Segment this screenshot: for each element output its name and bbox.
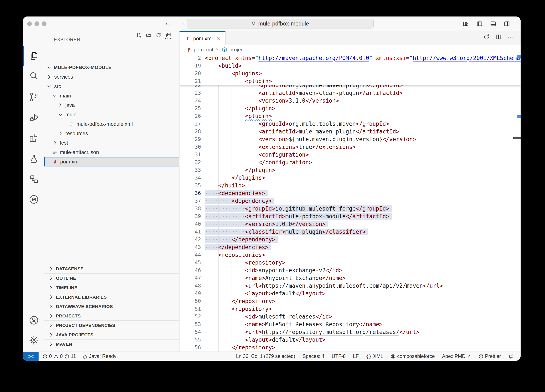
code-line-51[interactable]: 51<repository> [180,305,520,313]
new-file-icon[interactable] [136,32,142,38]
code-line-23[interactable]: 23<artifactId>maven-clean-plugin</artifa… [180,89,520,97]
tree-root-row[interactable]: MULE-PDFBOX-MODULE [44,63,179,72]
tree-item-services[interactable]: services [44,72,179,82]
code-line-26[interactable]: 26<plugin> [180,112,520,120]
section-outline[interactable]: OUTLINE [44,273,179,283]
line-number[interactable]: 42 [180,236,201,243]
code-line-43[interactable]: 43····</dependencies> [180,243,520,251]
code-line-45[interactable]: 45<repository> [180,259,520,267]
tree-item-pom-xml[interactable]: pom.xml [44,157,179,167]
line-number[interactable]: 24 [180,97,201,105]
customize-layout-icon[interactable] [461,19,470,28]
line-number[interactable]: 56 [180,344,201,351]
line-number[interactable]: 41 [180,228,201,236]
line-number[interactable]: 47 [180,274,201,282]
code-line-2[interactable]: 2<project xmlns="http://maven.apache.org… [180,54,520,62]
line-number[interactable]: 30 [180,143,201,151]
prettier-status[interactable]: Prettier [478,354,501,359]
line-number[interactable]: 37 [180,197,201,205]
section-java-projects[interactable]: JAVA PROJECTS [44,330,179,339]
section-external-libraries[interactable]: EXTERNAL LIBRARIES [44,292,179,302]
code-line-30[interactable]: 30<extensions>true</extensions> [180,143,520,151]
line-number[interactable]: 50 [180,297,201,305]
line-number[interactable]: 49 [180,290,201,297]
line-number[interactable]: 31 [180,151,201,159]
code-line-49[interactable]: 49<layout>default</layout> [180,290,520,297]
line-number[interactable]: 44 [180,251,201,259]
activity-search-icon[interactable] [29,71,39,81]
code-line-21[interactable]: 21<plugin> [180,77,520,85]
tree-item-mule-pdfbox-module-xml[interactable]: mule-pdfbox-module.xml [44,119,179,129]
code-line-42[interactable]: 42········</dependency> [180,236,520,243]
line-number[interactable]: 28 [180,128,201,135]
line-number[interactable]: 26 [180,112,201,120]
account-status[interactable]: composableforce [390,354,435,359]
activity-extensions-icon[interactable] [29,132,39,142]
encoding-status[interactable]: UTF-8 [332,354,346,359]
zoom-button[interactable] [42,21,46,26]
tab-pom-xml[interactable]: pom.xml × [180,31,226,45]
tree-item-mule-artifact-json[interactable]: mule-artifact.json [44,148,179,157]
toggle-secondary-sidebar-icon[interactable] [502,19,511,28]
code-line-55[interactable]: 55<layout>default</layout> [180,336,520,344]
line-number[interactable]: 27 [180,120,201,128]
code-line-25[interactable]: 25</plugin> [180,105,520,112]
line-number[interactable]: 34 [180,174,201,182]
code-line-54[interactable]: 54<url>https://repository.mulesoft.org/r… [180,328,520,336]
split-editor-icon[interactable] [495,34,502,40]
command-center-search[interactable]: mule-pdfbox-module [187,19,374,29]
line-number[interactable]: 29 [180,135,201,143]
line-number[interactable]: 40 [180,220,201,228]
code-editor[interactable]: 22<groupId>org.apache.maven.plugins</gro… [180,54,520,352]
forward-arrow-icon[interactable]: → [178,18,186,27]
tree-item-mule[interactable]: mule [44,110,179,119]
toggle-primary-sidebar-icon[interactable] [475,19,484,28]
collapse-all-icon[interactable] [166,32,171,38]
tree-item-src[interactable]: src [44,82,179,91]
code-line-39[interactable]: 39············<artifactId>mule-pdfbox-mo… [180,212,520,220]
line-number[interactable]: 54 [180,328,201,336]
code-line-27[interactable]: 27<groupId>org.mule.tools.maven</groupId… [180,120,520,128]
code-line-24[interactable]: 24<version>3.1.0</version> [180,97,520,105]
line-number[interactable]: 19 [180,62,201,70]
more-icon[interactable]: ⋯ [507,34,514,40]
breadcrumb-item[interactable]: pom.xml [194,47,213,53]
code-line-50[interactable]: 50</repository> [180,297,520,305]
code-line-46[interactable]: 46<id>anypoint-exchange-v2</id> [180,267,520,274]
activity-source-control-icon[interactable] [29,92,39,102]
toggle-panel-icon[interactable] [489,19,497,28]
sync-icon[interactable] [483,34,490,40]
remote-indicator[interactable]: >< [23,352,38,361]
code-line-47[interactable]: 47<name>Anypoint Exchange</name> [180,274,520,282]
tree-item-resources[interactable]: resources [44,129,179,138]
activity-account-icon[interactable] [29,315,39,325]
tree-item-test[interactable]: test [44,138,179,148]
code-line-34[interactable]: 34</plugins> [180,174,520,182]
code-line-44[interactable]: 44<repositories> [180,251,520,259]
line-number[interactable]: 38 [180,205,201,212]
line-number[interactable]: 53 [180,320,201,328]
minimize-button[interactable] [35,21,39,26]
line-number[interactable]: 25 [180,105,201,112]
section-datasense[interactable]: DATASENSE [44,264,179,273]
problems-status[interactable]: 0011 [43,354,76,359]
line-number[interactable]: 48 [180,282,201,290]
code-line-38[interactable]: 38············<groupId>io.github.mulesof… [180,205,520,212]
section-timeline[interactable]: TIMELINE [44,283,179,292]
activity-run-debug-icon[interactable] [29,112,39,122]
code-line-31[interactable]: 31<configuration> [180,151,520,159]
code-line-33[interactable]: 33</plugin> [180,166,520,174]
new-folder-icon[interactable] [146,32,151,38]
line-number[interactable]: 32 [180,159,201,166]
line-number[interactable]: 55 [180,336,201,344]
line-number[interactable]: 52 [180,313,201,320]
code-line-41[interactable]: 41············<classifier>mule-plugin</c… [180,228,520,236]
tree-item-java[interactable]: java [44,100,179,110]
code-line-37[interactable]: 37········<dependency> [180,197,520,205]
tree-item-main[interactable]: main [44,91,179,100]
code-line-29[interactable]: 29<version>${mule.maven.plugin.version}<… [180,135,520,143]
code-line-56[interactable]: 56</repository> [180,344,520,351]
line-number[interactable]: 36 [180,189,201,197]
notifications-bell[interactable] [508,354,513,359]
close-button[interactable] [27,21,32,26]
